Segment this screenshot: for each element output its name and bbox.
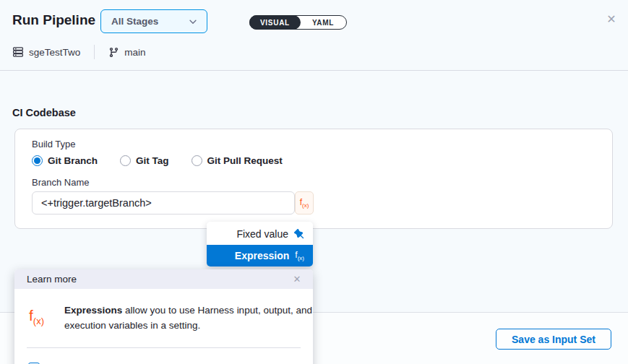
branch-name-label: Branch Name [32, 177, 89, 188]
chevron-down-icon [188, 17, 198, 27]
branch-name-input[interactable] [32, 191, 295, 214]
radio-git-pull-request[interactable]: Git Pull Request [192, 155, 283, 166]
radio-circle [192, 155, 202, 166]
pipeline-meta: sgeTestTwo main [12, 44, 146, 60]
build-type-label: Build Type [32, 139, 75, 150]
repository-indicator: sgeTestTwo [12, 46, 80, 58]
close-button[interactable]: ✕ [604, 12, 619, 26]
view-toggle: VISUAL YAML [249, 15, 347, 30]
save-as-input-set-button[interactable]: Save as Input Set [496, 329, 611, 350]
popover-divider [27, 347, 301, 348]
radio-circle-selected [32, 155, 43, 166]
modal-header: Run Pipeline All Stages VISUAL YAML ✕ [0, 0, 628, 71]
radio-git-branch[interactable]: Git Branch [32, 155, 98, 166]
repository-name: sgeTestTwo [29, 47, 80, 58]
popover-header: Learn more ✕ [14, 269, 313, 289]
section-title-ci-codebase: CI Codebase [12, 107, 76, 118]
page-title: Run Pipeline [12, 12, 95, 28]
meta-divider [94, 45, 95, 59]
popover-title: Learn more [27, 274, 77, 285]
value-type-menu: Fixed value Expression f(x) [207, 222, 313, 266]
fx-icon: f(x) [29, 308, 44, 326]
run-pipeline-modal: Run Pipeline All Stages VISUAL YAML ✕ [0, 0, 628, 364]
expression-toggle-button[interactable]: f(x) [295, 191, 314, 214]
menu-item-fixed-value[interactable]: Fixed value [207, 223, 313, 245]
pin-icon [294, 229, 304, 239]
stage-select-value: All Stages [111, 16, 158, 27]
stage-select[interactable]: All Stages [100, 9, 207, 33]
radio-git-tag[interactable]: Git Tag [120, 155, 169, 166]
tab-yaml[interactable]: YAML [300, 16, 346, 29]
tab-visual[interactable]: VISUAL [249, 15, 301, 30]
branch-name: main [124, 47, 145, 58]
repository-icon [12, 46, 24, 58]
codebase-card: Build Type Git Branch Git Tag Git Pull R… [14, 129, 613, 229]
close-icon: ✕ [606, 12, 616, 26]
radio-circle [120, 155, 131, 166]
fx-icon: f(x) [295, 251, 304, 261]
build-type-radio-group: Git Branch Git Tag Git Pull Request [32, 155, 283, 166]
learn-more-popover: Learn more ✕ f(x) Expressions allow you … [14, 269, 313, 364]
close-icon: ✕ [293, 274, 301, 285]
branch-indicator: main [108, 47, 145, 58]
popover-body: f(x) Expressions allow you to use Harnes… [14, 289, 313, 364]
fx-icon: f(x) [300, 198, 309, 209]
popover-close-button[interactable]: ✕ [291, 274, 303, 285]
popover-description: Expressions allow you to use Harness inp… [64, 303, 314, 334]
menu-item-expression[interactable]: Expression f(x) [207, 245, 313, 266]
git-branch-icon [108, 47, 119, 58]
